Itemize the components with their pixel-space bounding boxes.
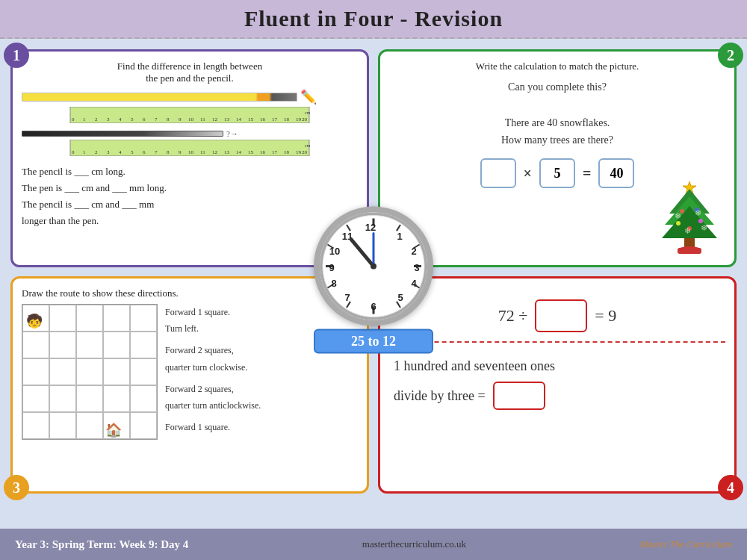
svg-text:17: 17 — [272, 149, 278, 155]
q2-prompt: Can you complete this? There are 40 snow… — [389, 78, 725, 149]
svg-text:8: 8 — [167, 116, 170, 122]
svg-text:8: 8 — [331, 278, 336, 289]
svg-text:6: 6 — [371, 301, 376, 312]
page-footer: Year 3: Spring Term: Week 9: Day 4 maste… — [0, 529, 747, 560]
page-title: Fluent in Four - Revision — [15, 6, 732, 31]
svg-text:7: 7 — [155, 149, 158, 155]
svg-text:9: 9 — [179, 149, 182, 155]
svg-text:5: 5 — [131, 149, 134, 155]
badge-3: 3 — [4, 475, 29, 500]
q4-bottom-input[interactable] — [493, 382, 545, 410]
svg-text:19: 19 — [296, 116, 302, 122]
eq-5: 5 — [539, 158, 575, 188]
svg-text:10: 10 — [329, 246, 340, 257]
svg-text:11: 11 — [200, 116, 205, 122]
pencil-ruler-container: ✏️ 0 1 2 3 4 5 6 7 8 9 10 11 12 13 14 15 — [22, 89, 358, 126]
svg-text:6: 6 — [143, 116, 146, 122]
svg-text:9: 9 — [329, 262, 334, 273]
svg-text:19: 19 — [296, 149, 302, 155]
directions-text: Forward 1 square. Turn left. Forward 2 s… — [165, 304, 261, 440]
svg-point-55 — [676, 221, 681, 225]
svg-text:4: 4 — [411, 278, 417, 289]
time-label: 25 to 12 — [314, 329, 433, 354]
clock-face: 12 1 2 3 4 5 6 7 8 9 10 11 — [314, 207, 433, 326]
badge-1: 1 — [4, 43, 29, 68]
q4-equation: 72 ÷ = 9 — [389, 299, 725, 332]
svg-text:10: 10 — [188, 149, 194, 155]
svg-text:16: 16 — [260, 149, 266, 155]
pen-ruler-svg: 0 1 2 3 4 5 6 7 8 9 10 11 12 13 14 15 16… — [22, 140, 358, 156]
svg-text:❄: ❄ — [684, 226, 691, 235]
q4-equals-9: = 9 — [595, 306, 616, 326]
svg-text:12: 12 — [212, 149, 218, 155]
q4-72-div: 72 ÷ — [498, 306, 528, 326]
svg-text:8: 8 — [167, 149, 170, 155]
svg-text:18: 18 — [284, 149, 290, 155]
svg-text:17: 17 — [272, 116, 278, 122]
svg-text:0: 0 — [72, 149, 75, 155]
eq-input-box[interactable] — [480, 158, 516, 188]
svg-text:12: 12 — [212, 116, 218, 122]
svg-text:5: 5 — [131, 116, 134, 122]
badge-2: 2 — [718, 43, 743, 68]
svg-text:2: 2 — [95, 116, 98, 122]
svg-text:13: 13 — [224, 116, 230, 122]
svg-text:12: 12 — [365, 222, 376, 233]
eq-times: × — [524, 165, 532, 182]
svg-text:14: 14 — [236, 116, 242, 122]
badge-4: 4 — [718, 475, 743, 500]
svg-text:15: 15 — [248, 149, 254, 155]
clock-widget: 12 1 2 3 4 5 6 7 8 9 10 11 25 to 12 — [314, 207, 433, 354]
q4-input-box[interactable] — [535, 299, 587, 332]
svg-text:2: 2 — [95, 149, 98, 155]
svg-text:0: 0 — [72, 116, 75, 122]
svg-text:7: 7 — [344, 292, 350, 303]
svg-text:❄: ❄ — [675, 211, 681, 220]
svg-text:6: 6 — [143, 149, 146, 155]
q2-title: Write the calculation to match the pictu… — [389, 60, 725, 72]
svg-text:20: 20 — [302, 149, 308, 155]
q3-content: 🧒 — [22, 304, 358, 440]
eq-equals: = — [583, 165, 591, 182]
svg-text:❄: ❄ — [695, 208, 701, 217]
eq-40: 40 — [598, 158, 634, 188]
page-header: Fluent in Four - Revision — [0, 0, 747, 39]
svg-text:1: 1 — [397, 231, 402, 242]
christmas-tree: ❄ ❄ ❄ ❄ — [656, 180, 723, 258]
svg-text:18: 18 — [284, 116, 290, 122]
q1-text-block: The pencil is ___ cm long. The pen is __… — [22, 164, 358, 229]
footer-brand: Master The Curriculum — [640, 538, 733, 550]
svg-text:20: 20 — [302, 116, 308, 122]
q4-bottom-text: 1 hundred and seventeen ones divide by t… — [389, 350, 725, 415]
q3-title: Draw the route to show these directions. — [22, 287, 358, 299]
svg-text:2: 2 — [411, 246, 416, 257]
q1-title: Find the difference in length between th… — [22, 60, 358, 84]
svg-text:4: 4 — [119, 149, 122, 155]
pen-ruler-container: ?→ 0 1 2 3 4 5 6 7 8 9 10 11 12 13 14 15 — [22, 129, 358, 159]
svg-text:cm: cm — [305, 143, 311, 148]
svg-text:15: 15 — [248, 116, 254, 122]
svg-text:10: 10 — [188, 116, 194, 122]
svg-text:5: 5 — [397, 292, 403, 303]
svg-text:7: 7 — [155, 116, 158, 122]
svg-text:3: 3 — [414, 262, 419, 273]
svg-rect-52 — [678, 248, 701, 254]
svg-text:16: 16 — [260, 116, 266, 122]
direction-grid: 🧒 — [22, 304, 158, 440]
svg-text:4: 4 — [119, 116, 122, 122]
svg-text:9: 9 — [179, 116, 182, 122]
q4-divider — [389, 341, 725, 343]
svg-point-90 — [371, 264, 376, 270]
svg-text:11: 11 — [200, 149, 205, 155]
svg-text:13: 13 — [224, 149, 230, 155]
svg-text:❄: ❄ — [701, 223, 707, 232]
footer-term-info: Year 3: Spring Term: Week 9: Day 4 — [15, 538, 188, 551]
svg-text:14: 14 — [236, 149, 242, 155]
svg-text:3: 3 — [107, 149, 110, 155]
footer-website: masterthecurriculum.co.uk — [362, 538, 466, 550]
pencil-ruler-svg: 0 1 2 3 4 5 6 7 8 9 10 11 12 13 14 15 16… — [22, 107, 358, 123]
svg-text:3: 3 — [107, 116, 110, 122]
svg-text:1: 1 — [83, 149, 86, 155]
svg-text:1: 1 — [83, 116, 86, 122]
svg-text:cm: cm — [305, 111, 311, 115]
